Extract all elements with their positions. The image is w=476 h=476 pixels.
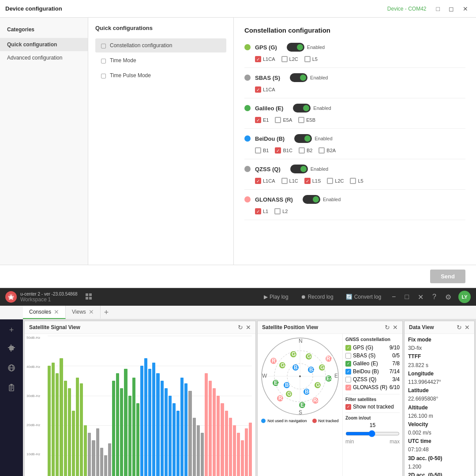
- gnss-gps-label: GPS (G): [353, 345, 373, 351]
- gps-l5[interactable]: L5: [304, 56, 318, 62]
- galileo-e1-cb[interactable]: ✓: [255, 117, 261, 123]
- gps-l5-cb[interactable]: [304, 56, 311, 62]
- gnss-sbas-cb[interactable]: [345, 353, 351, 359]
- sbas-toggle[interactable]: [290, 73, 307, 82]
- maximize-button[interactable]: ◻: [446, 4, 457, 13]
- quick-item-constellation[interactable]: ▢ Constellation configuration: [95, 38, 226, 52]
- tab-views-close[interactable]: ✕: [89, 308, 94, 315]
- clipboard-button[interactable]: [4, 381, 19, 397]
- beidou-b1[interactable]: B1: [255, 147, 269, 154]
- beidou-b2a[interactable]: B2A: [319, 147, 336, 154]
- bar-48: [241, 440, 244, 476]
- play-log-button[interactable]: ▶ Play log: [260, 292, 292, 302]
- close-app-button[interactable]: ✕: [416, 291, 425, 303]
- signal-view: Satellite Signal View ↻ ✕ 50dB-Hz 40dB-H…: [24, 321, 256, 476]
- qzss-l2c[interactable]: L2C: [327, 178, 344, 184]
- qzss-l1s-cb[interactable]: ✓: [304, 178, 311, 184]
- qzss-l2c-cb[interactable]: [327, 178, 333, 184]
- glonass-l1[interactable]: ✓ L1: [255, 208, 268, 214]
- qzss-l5[interactable]: L5: [350, 178, 363, 184]
- gnss-galileo-cb[interactable]: ✓: [345, 361, 351, 367]
- glonass-l1-cb[interactable]: ✓: [255, 208, 261, 214]
- glonass-l2[interactable]: L2: [274, 208, 288, 214]
- beidou-b2[interactable]: B2: [299, 147, 312, 154]
- quick-item-timepulse[interactable]: ▢ Time Pulse Mode: [95, 68, 226, 82]
- beidou-b2a-cb[interactable]: [319, 147, 325, 154]
- signal-close-button[interactable]: ✕: [246, 324, 251, 331]
- zoom-slider[interactable]: [345, 430, 400, 437]
- restore-app-button[interactable]: □: [403, 291, 411, 303]
- galileo-e5a[interactable]: E5A: [275, 117, 292, 123]
- gps-l1ca-cb[interactable]: ✓: [255, 56, 261, 62]
- galileo-e5b[interactable]: E5B: [298, 117, 315, 123]
- glonass-l2-cb[interactable]: [274, 208, 281, 214]
- position-close-button[interactable]: ✕: [393, 324, 398, 331]
- bar-11: [92, 440, 95, 476]
- sidebar-item-quick[interactable]: Quick configuration: [0, 38, 88, 51]
- qzss-l1ca[interactable]: ✓ L1CA: [255, 178, 275, 184]
- qzss-l5-cb[interactable]: [350, 178, 356, 184]
- galileo-e5b-cb[interactable]: [298, 117, 304, 123]
- globe-button[interactable]: [4, 361, 19, 377]
- gnss-gps-cb[interactable]: ✓: [345, 345, 351, 351]
- bar-20: [128, 396, 131, 476]
- qzss-l1s[interactable]: ✓ L1S: [304, 178, 321, 184]
- settings-button[interactable]: ⚙: [443, 291, 453, 303]
- gnss-glonass-cb[interactable]: ✓: [345, 385, 351, 390]
- bar-16: [112, 381, 115, 476]
- galileo-toggle[interactable]: [293, 104, 311, 112]
- bar-29: [165, 388, 168, 476]
- add-view-button[interactable]: +: [7, 323, 17, 337]
- send-button[interactable]: Send: [430, 270, 465, 283]
- convert-log-button[interactable]: 🔄 Convert log: [342, 292, 385, 302]
- gps-toggle[interactable]: [287, 43, 304, 52]
- minimize-button[interactable]: □: [434, 4, 442, 13]
- signal-refresh-button[interactable]: ↻: [238, 324, 243, 331]
- quick-item-time[interactable]: ▢ Time Mode: [95, 53, 226, 67]
- beidou-toggle[interactable]: [294, 134, 312, 143]
- user-badge[interactable]: LY: [458, 291, 471, 303]
- workspace-icon[interactable]: [85, 292, 93, 302]
- chip-button[interactable]: [4, 341, 19, 357]
- position-refresh-button[interactable]: ↻: [385, 324, 390, 331]
- tab-consoles-close[interactable]: ✕: [54, 308, 59, 315]
- bar-9: [84, 425, 87, 476]
- gnss-beidou-cb[interactable]: ✓: [345, 369, 351, 375]
- galileo-e5a-cb[interactable]: [275, 117, 281, 123]
- sbas-l1ca-cb[interactable]: ✓: [255, 86, 261, 93]
- gps-l1ca[interactable]: ✓ L1CA: [255, 56, 275, 62]
- tab-consoles[interactable]: Consoles ✕: [23, 306, 66, 319]
- close-button[interactable]: ✕: [460, 4, 471, 13]
- not-tracked-legend: Not tracked: [312, 419, 339, 423]
- gnss-qzss-cb[interactable]: [345, 377, 351, 382]
- glonass-toggle[interactable]: [303, 195, 320, 204]
- bar-14: [104, 455, 107, 476]
- add-tab-button[interactable]: +: [101, 306, 112, 319]
- galileo-freq-row: ✓ E1 E5A E5B: [255, 117, 465, 123]
- sidebar: Categories Quick configuration Advanced …: [0, 18, 88, 265]
- tab-views[interactable]: Views ✕: [66, 306, 101, 319]
- help-button[interactable]: ?: [431, 291, 438, 303]
- record-log-button[interactable]: ⏺ Record log: [297, 292, 337, 302]
- bar-37: [197, 425, 200, 476]
- bar-1: [52, 363, 55, 476]
- beidou-b1c[interactable]: ✓ B1C: [275, 147, 292, 154]
- svg-text:E: E: [334, 373, 338, 379]
- qzss-toggle[interactable]: [290, 165, 308, 173]
- qzss-l1c-cb[interactable]: [281, 178, 288, 184]
- beidou-b2-cb[interactable]: [299, 147, 305, 154]
- data-refresh-button[interactable]: ↻: [457, 324, 462, 331]
- sidebar-item-advanced[interactable]: Advanced configuration: [0, 51, 88, 64]
- filter-show-cb[interactable]: ✓: [345, 404, 351, 410]
- minimize-app-button[interactable]: −: [390, 291, 397, 303]
- gps-l2c[interactable]: L2C: [281, 56, 298, 62]
- beidou-b1c-cb[interactable]: ✓: [275, 147, 281, 154]
- gps-l2c-cb[interactable]: [281, 56, 288, 62]
- sbas-l1ca[interactable]: ✓ L1CA: [255, 86, 275, 93]
- quick-panel-title: Quick configurations: [95, 25, 226, 31]
- qzss-l1c[interactable]: L1C: [281, 178, 298, 184]
- galileo-e1[interactable]: ✓ E1: [255, 117, 269, 123]
- beidou-b1-cb[interactable]: [255, 147, 261, 154]
- qzss-l1ca-cb[interactable]: ✓: [255, 178, 261, 184]
- data-close-button[interactable]: ✕: [465, 324, 470, 331]
